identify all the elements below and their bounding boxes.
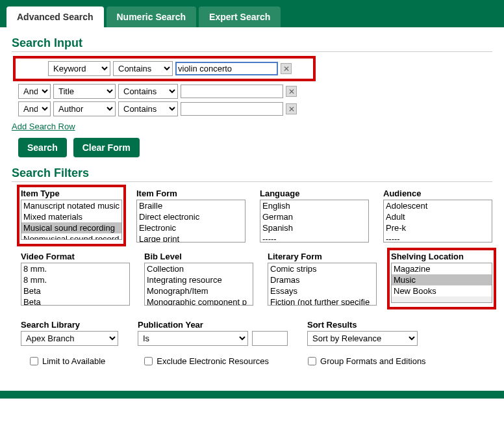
list-item[interactable]: New Books [392, 285, 492, 296]
filter-language-label: Language [260, 189, 369, 198]
tab-expert-search[interactable]: Expert Search [199, 7, 281, 27]
list-item[interactable]: Integrating resource [145, 274, 253, 285]
list-item[interactable]: Comic strips [268, 263, 376, 274]
publication-year-input[interactable] [252, 331, 288, 346]
list-item[interactable]: Beta [21, 285, 129, 296]
search-row-2: And Title Contains ✕ [18, 84, 492, 99]
footer-bar [0, 391, 504, 399]
list-item[interactable]: Magazine [392, 263, 492, 274]
clear-row-3-button[interactable]: ✕ [286, 103, 297, 114]
filter-shelving-location-list[interactable]: Magazine Music New Books [391, 263, 492, 303]
list-item[interactable]: Nonmusical sound record [21, 233, 121, 240]
field-select-3[interactable]: Author [53, 101, 116, 116]
list-item[interactable]: 8 mm. [21, 263, 129, 274]
checkbox-row: Limit to Available Exclude Electronic Re… [30, 356, 492, 366]
list-item[interactable]: Pre-k [384, 222, 492, 233]
list-item[interactable]: Spanish [260, 222, 368, 233]
operator-select-2[interactable]: Contains [118, 84, 178, 99]
search-row-3: And Author Contains ✕ [18, 101, 492, 116]
operator-select-3[interactable]: Contains [118, 101, 178, 116]
clear-row-1-button[interactable]: ✕ [281, 63, 292, 74]
list-item[interactable]: Music [392, 274, 492, 285]
list-item[interactable]: Direct electronic [137, 211, 245, 222]
list-item[interactable]: Electronic [137, 222, 245, 233]
filter-bib-level-list[interactable]: Collection Integrating resource Monograp… [144, 263, 253, 306]
list-item[interactable]: Monograph/Item [145, 285, 253, 296]
list-item[interactable]: Adult [384, 211, 492, 222]
clear-form-button[interactable]: Clear Form [73, 138, 140, 157]
filter-literary-form: Literary Form Comic strips Dramas Essays… [268, 252, 377, 306]
boolean-select-3[interactable]: And [18, 101, 51, 116]
tab-numeric-search[interactable]: Numeric Search [107, 7, 197, 27]
list-item[interactable]: Collection [145, 263, 253, 274]
search-library-label: Search Library [21, 320, 118, 330]
filter-item-form-label: Item Form [136, 189, 246, 198]
boolean-select-2[interactable]: And [18, 84, 51, 99]
filter-language-list[interactable]: English German Spanish ----- [260, 200, 369, 243]
filter-bib-level-label: Bib Level [144, 252, 253, 261]
list-item[interactable]: Beta [21, 296, 129, 306]
list-item[interactable]: Adolescent [384, 200, 492, 211]
list-item[interactable]: Fiction (not further specifie [268, 296, 376, 306]
limit-available-text: Limit to Available [42, 356, 105, 366]
filter-item-type-list[interactable]: Manuscript notated music Mixed materials… [21, 200, 122, 240]
search-input-heading: Search Input [12, 36, 492, 52]
limit-available-checkbox[interactable] [30, 357, 38, 365]
list-item[interactable]: Mixed materials [21, 211, 121, 222]
sort-results-select[interactable]: Sort by Relevance [307, 331, 418, 346]
filter-literary-form-list[interactable]: Comic strips Dramas Essays Fiction (not … [268, 263, 377, 306]
limit-available-label[interactable]: Limit to Available [30, 356, 105, 366]
list-item[interactable]: ----- [260, 233, 368, 243]
list-item[interactable]: German [260, 211, 368, 222]
search-row-1: Keyword Contains ✕ [13, 56, 316, 81]
filter-audience: Audience Adolescent Adult Pre-k ----- [383, 189, 492, 243]
search-library-select[interactable]: Apex Branch [21, 331, 118, 346]
list-item[interactable]: English [260, 200, 368, 211]
operator-select-1[interactable]: Contains [113, 61, 173, 76]
filters-grid: Item Type Manuscript notated music Mixed… [21, 189, 492, 306]
list-item[interactable]: Essays [268, 285, 376, 296]
search-button[interactable]: Search [18, 138, 67, 157]
exclude-electronic-label[interactable]: Exclude Electronic Resources [144, 356, 269, 366]
list-item[interactable]: Large print [137, 233, 245, 243]
tab-advanced-search[interactable]: Advanced Search [6, 7, 104, 27]
field-select-2[interactable]: Title [53, 84, 116, 99]
list-item[interactable]: Musical sound recording [21, 222, 121, 233]
list-item[interactable]: 8 mm. [21, 274, 129, 285]
filter-item-form: Item Form Braille Direct electronic Elec… [136, 189, 246, 243]
list-item[interactable]: Dramas [268, 274, 376, 285]
group-formats-checkbox[interactable] [308, 357, 316, 365]
term-input-3[interactable] [181, 102, 283, 116]
search-rows: Keyword Contains ✕ And Title Contains ✕ … [18, 56, 492, 116]
group-formats-label[interactable]: Group Formats and Editions [308, 356, 426, 366]
group-formats-text: Group Formats and Editions [320, 356, 426, 366]
publication-year-op-select[interactable]: Is [138, 331, 248, 346]
list-item[interactable]: Manuscript notated music [21, 200, 121, 211]
exclude-electronic-checkbox[interactable] [144, 357, 153, 365]
filter-video-format: Video Format 8 mm. 8 mm. Beta Beta [21, 252, 130, 306]
filter-item-type-label: Item Type [21, 189, 122, 198]
sort-results-col: Sort Results Sort by Relevance [307, 320, 418, 346]
term-input-2[interactable] [181, 85, 283, 98]
clear-row-2-button[interactable]: ✕ [286, 86, 297, 97]
search-library-col: Search Library Apex Branch [21, 320, 118, 346]
add-search-row-link[interactable]: Add Search Row [12, 122, 75, 131]
filter-item-form-list[interactable]: Braille Direct electronic Electronic Lar… [136, 200, 246, 243]
filter-literary-form-label: Literary Form [268, 252, 377, 261]
publication-year-label: Publication Year [138, 320, 288, 330]
filter-item-type: Item Type Manuscript notated music Mixed… [17, 185, 126, 246]
bottom-controls: Search Library Apex Branch Publication Y… [21, 320, 492, 346]
list-item[interactable]: Monographic component p [145, 296, 253, 306]
list-item[interactable]: Braille [137, 200, 245, 211]
main-content: Search Input Keyword Contains ✕ And Titl… [0, 27, 504, 375]
filter-audience-list[interactable]: Adolescent Adult Pre-k ----- [383, 200, 492, 243]
field-select-1[interactable]: Keyword [48, 61, 110, 76]
exclude-electronic-text: Exclude Electronic Resources [157, 356, 269, 366]
term-input-1[interactable] [175, 62, 278, 75]
filter-shelving-location: Shelving Location Magazine Music New Boo… [387, 248, 496, 309]
filter-language: Language English German Spanish ----- [260, 189, 369, 243]
filter-shelving-location-label: Shelving Location [391, 252, 492, 261]
filter-video-format-label: Video Format [21, 252, 130, 261]
filter-video-format-list[interactable]: 8 mm. 8 mm. Beta Beta [21, 263, 130, 306]
list-item[interactable]: ----- [384, 233, 492, 243]
